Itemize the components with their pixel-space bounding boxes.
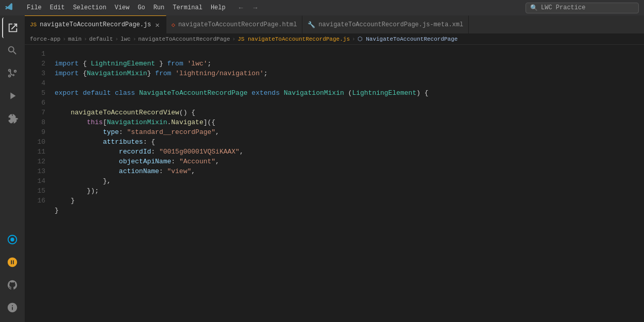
breadcrumb-default: default (89, 36, 113, 42)
menu-terminal[interactable]: Terminal (170, 3, 206, 12)
activity-run[interactable] (2, 86, 23, 106)
bc-sep5: › (232, 36, 236, 42)
search-label: LWC Practice (541, 4, 585, 11)
breadcrumb-file: JS navigateToAccountRecordPage.js (238, 36, 350, 42)
xml-file-icon: 🔧 (308, 21, 315, 29)
tab-js[interactable]: JS navigateToAccountRecordPage.js ✕ (25, 15, 166, 33)
activity-explorer[interactable] (2, 18, 23, 38)
tab-xml-label: navigateToAccountRecordPage.js-meta.xml (318, 21, 463, 28)
menu-edit[interactable]: Edit (47, 3, 68, 12)
tab-html-label: navigateToAccountRecordPage.html (178, 21, 297, 28)
tab-js-label: navigateToAccountRecordPage.js (40, 21, 151, 28)
bc-sep6: › (352, 36, 355, 42)
main-layout: JS navigateToAccountRecordPage.js ✕ ◇ na… (0, 15, 644, 322)
activity-extensions[interactable] (2, 108, 23, 129)
html-file-icon: ◇ (172, 21, 175, 29)
search-icon: 🔍 (530, 4, 538, 12)
code-content[interactable]: import { LightningElement } from 'lwc'; … (50, 45, 644, 322)
menu-go[interactable]: Go (134, 3, 148, 12)
tab-html[interactable]: ◇ navigateToAccountRecordPage.html (166, 15, 303, 33)
activity-source-control[interactable] (2, 63, 23, 83)
activity-github[interactable] (2, 275, 23, 295)
search-bar[interactable]: 🔍 LWC Practice (526, 3, 639, 13)
breadcrumb-main: main (68, 36, 81, 42)
tabs-bar: JS navigateToAccountRecordPage.js ✕ ◇ na… (25, 15, 644, 33)
vscode-icon (5, 3, 13, 13)
menu-selection[interactable]: Selection (70, 3, 110, 12)
title-bar: File Edit Selection View Go Run Terminal… (0, 0, 644, 15)
activity-bar (0, 15, 25, 322)
breadcrumb-component: navigateToAccountRecordPage (138, 36, 230, 42)
menu-file[interactable]: File (24, 3, 45, 12)
editor-area: JS navigateToAccountRecordPage.js ✕ ◇ na… (25, 15, 644, 322)
menu-help[interactable]: Help (208, 3, 229, 12)
bc-sep3: › (115, 36, 118, 42)
breadcrumb-force-app: force-app (30, 36, 60, 42)
nav-forward[interactable]: → (253, 4, 258, 12)
bc-sep2: › (83, 36, 87, 42)
activity-salesforce[interactable] (2, 229, 23, 250)
js-file-icon: JS (30, 22, 37, 28)
menu-run[interactable]: Run (150, 3, 168, 12)
line-numbers: 1 2 3 4 5 6 7 8 9 10 11 12 13 14 15 16 (25, 45, 50, 322)
bc-sep1: › (62, 36, 66, 42)
activity-cat[interactable] (2, 252, 23, 273)
activity-bottom-icons (2, 229, 23, 322)
activity-search[interactable] (2, 40, 23, 61)
code-editor[interactable]: 1 2 3 4 5 6 7 8 9 10 11 12 13 14 15 16 i… (25, 45, 644, 322)
breadcrumb-lwc: lwc (121, 36, 131, 42)
menu-bar: File Edit Selection View Go Run Terminal… (24, 3, 229, 12)
activity-info[interactable] (2, 297, 23, 318)
bc-sep4: › (133, 36, 137, 42)
breadcrumb: force-app › main › default › lwc › navig… (25, 33, 644, 45)
tab-js-close[interactable]: ✕ (154, 21, 160, 29)
nav-back[interactable]: ← (239, 4, 243, 12)
menu-view[interactable]: View (111, 3, 132, 12)
breadcrumb-class: ⬡ NavigateToAccountRecordPage (358, 36, 458, 42)
tab-xml[interactable]: 🔧 navigateToAccountRecordPage.js-meta.xm… (302, 15, 469, 33)
svg-point-0 (10, 238, 14, 241)
